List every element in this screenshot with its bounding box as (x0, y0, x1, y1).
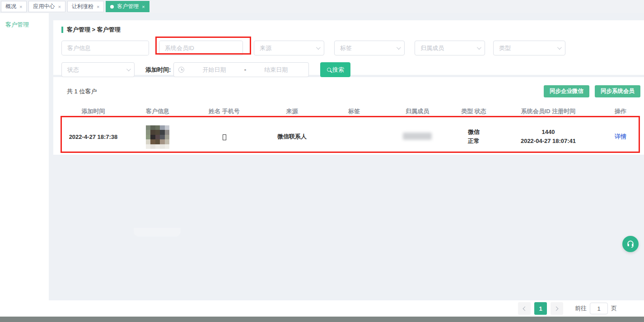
cell-member-id-regtime: 1440 2022-04-27 18:07:41 (496, 128, 600, 146)
col-header-member-id-regtime: 系统会员ID 注册时间 (496, 107, 600, 115)
tab-customer-management-active[interactable]: 客户管理 × (106, 1, 149, 12)
customer-info-input-wrap (61, 41, 149, 55)
censored-overflow-blur (134, 228, 181, 237)
end-date-placeholder: 结束日期 (248, 66, 304, 74)
tab-label: 客户管理 (117, 3, 139, 10)
avatar-mosaic (146, 125, 170, 149)
cell-source: 微信联系人 (259, 133, 325, 141)
cell-customer-info (126, 124, 189, 149)
source-select[interactable]: 来源 (254, 41, 324, 55)
status-select-placeholder: 状态 (67, 66, 79, 74)
add-time-label: 添加时间: (145, 66, 171, 74)
col-header-add-time: 添加时间 (61, 107, 126, 115)
tab-app-center[interactable]: 应用中心 × (28, 1, 65, 12)
tab-label: 让利涨粉 (72, 3, 93, 10)
sync-wecom-button[interactable]: 同步企业微信 (544, 85, 589, 97)
table-toolbar: 共 1 位客户 同步企业微信 同步系统会员 (53, 83, 644, 97)
type-select[interactable]: 类型 (493, 41, 565, 55)
cell-name-phone (189, 133, 259, 140)
member-id-input[interactable] (159, 41, 243, 55)
owner-select-placeholder: 归属成员 (420, 44, 444, 52)
customer-table: 添加时间 客户信息 姓名 手机号 来源 标签 归属成员 类型 状态 系统会员ID… (61, 107, 641, 156)
customer-management-screen: 概况 × 应用中心 × 让利涨粉 × 客户管理 × 客户管理 客户管理 > 客户… (0, 0, 644, 322)
clock-icon (178, 67, 184, 73)
start-date-placeholder: 开始日期 (186, 66, 242, 74)
sidebar: 客户管理 (0, 13, 49, 317)
chevron-down-icon (126, 67, 131, 71)
close-icon[interactable]: × (97, 4, 99, 9)
missing-glyph-box (223, 134, 226, 140)
col-header-tag: 标签 (325, 107, 383, 115)
breadcrumb-accent-bar (61, 27, 63, 33)
censored-avatar (146, 125, 170, 149)
page-unit-label: 页 (611, 304, 617, 313)
type-select-placeholder: 类型 (499, 44, 511, 52)
tab-label: 概况 (5, 3, 16, 10)
tab-overview[interactable]: 概况 × (1, 1, 27, 12)
date-range-picker[interactable]: 开始日期 - 结束日期 (173, 62, 309, 77)
source-select-placeholder: 来源 (260, 44, 271, 52)
col-header-name-phone: 姓名 手机号 (189, 107, 259, 115)
bottom-scrollbar-strip[interactable] (0, 317, 644, 322)
member-id-value: 1440 (496, 128, 600, 137)
chevron-left-icon (523, 306, 527, 311)
next-page-button[interactable] (551, 302, 563, 315)
chevron-down-icon (397, 45, 401, 50)
chevron-down-icon (477, 45, 481, 50)
register-time-value: 2022-04-27 18:07:41 (496, 137, 600, 146)
search-button-label: 搜索 (332, 66, 344, 74)
col-header-action: 操作 (600, 107, 641, 115)
cell-action: 详情 (600, 133, 641, 141)
tab-fan-growth[interactable]: 让利涨粉 × (67, 1, 104, 12)
table-header-row: 添加时间 客户信息 姓名 手机号 来源 标签 归属成员 类型 状态 系统会员ID… (61, 107, 641, 115)
sync-member-button[interactable]: 同步系统会员 (595, 85, 640, 97)
total-customers-text: 共 1 位客户 (67, 87, 97, 96)
chevron-right-icon (554, 306, 559, 311)
table-card: 共 1 位客户 同步企业微信 同步系统会员 添加时间 客户信息 姓名 手机号 来… (53, 77, 644, 155)
date-range-separator: - (243, 66, 248, 73)
tag-select[interactable]: 标签 (334, 41, 405, 55)
type-value: 微信 (451, 128, 496, 137)
censored-owner-name (403, 133, 432, 140)
prev-page-button[interactable] (518, 302, 531, 315)
goto-label: 前往 (575, 304, 587, 313)
breadcrumb-text: 客户管理 > 客户管理 (67, 26, 121, 34)
search-icon (327, 68, 331, 72)
cell-add-time: 2022-4-27 18:7:38 (61, 133, 126, 140)
tab-label: 应用中心 (33, 3, 55, 10)
tag-select-placeholder: 标签 (340, 44, 352, 52)
status-value: 正常 (451, 137, 496, 146)
close-icon[interactable]: × (142, 4, 145, 9)
chevron-down-icon (316, 45, 321, 50)
customer-service-button[interactable] (622, 236, 639, 252)
close-icon[interactable]: × (19, 4, 22, 9)
breadcrumb: 客户管理 > 客户管理 (61, 26, 644, 34)
col-header-customer-info: 客户信息 (126, 107, 189, 115)
cell-type-status: 微信 正常 (451, 128, 496, 146)
goto-page-control: 前往 页 (575, 303, 617, 314)
member-id-input-wrap (159, 41, 243, 55)
col-header-owner: 归属成员 (383, 107, 451, 115)
filter-row-1: 来源 标签 归属成员 类型 (61, 41, 644, 55)
owner-select[interactable]: 归属成员 (415, 41, 485, 55)
col-header-type-status: 类型 状态 (451, 107, 496, 115)
close-icon[interactable]: × (58, 4, 61, 9)
sidebar-item-customer-management[interactable]: 客户管理 (0, 13, 49, 29)
status-select[interactable]: 状态 (61, 62, 135, 77)
filter-card: 客户管理 > 客户管理 来源 标签 归属成员 (53, 20, 644, 75)
headset-icon (626, 239, 635, 248)
tab-bar: 概况 × 应用中心 × 让利涨粉 × 客户管理 × (0, 0, 644, 13)
chevron-down-icon (557, 45, 562, 50)
search-button[interactable]: 搜索 (320, 62, 350, 77)
goto-page-input[interactable] (590, 303, 608, 314)
cell-owner (383, 132, 451, 141)
active-dot-icon (110, 5, 114, 9)
table-row: 2022-4-27 18:7:38 微信联系人 (61, 117, 641, 156)
customer-info-input[interactable] (62, 41, 149, 55)
pagination-bar: 1 前往 页 (49, 300, 644, 317)
filter-row-2: 状态 添加时间: 开始日期 - 结束日期 搜索 (61, 62, 644, 77)
page-number-1[interactable]: 1 (534, 302, 547, 315)
detail-link[interactable]: 详情 (615, 133, 626, 140)
col-header-source: 来源 (259, 107, 325, 115)
